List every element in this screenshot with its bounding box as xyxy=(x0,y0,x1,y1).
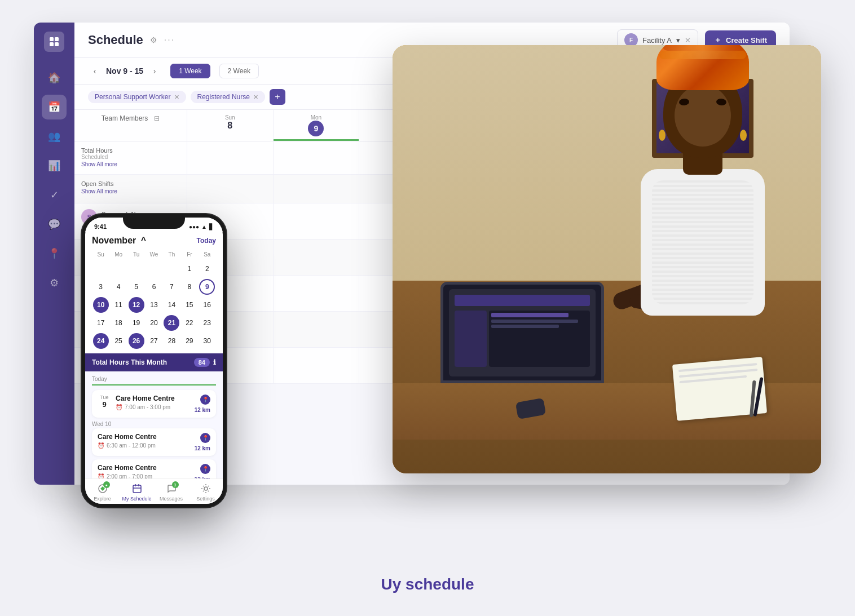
cal-date-28[interactable]: 28 xyxy=(164,333,179,349)
row-label-open-shifts: Open Shifts Show All more xyxy=(74,175,187,203)
cal-date-21[interactable]: 21 xyxy=(164,315,179,331)
cal-date-13[interactable]: 13 xyxy=(146,297,162,313)
facility-dropdown-icon: ▾ xyxy=(676,36,680,45)
cal-date-5[interactable]: 5 xyxy=(129,279,144,295)
cal-date-27[interactable]: 27 xyxy=(146,333,162,349)
phone-notch xyxy=(123,214,185,229)
cal-date-29[interactable]: 29 xyxy=(182,333,197,349)
cal-date-26[interactable]: 26 xyxy=(129,333,144,349)
day-label-tu: Tu xyxy=(127,251,145,258)
location-icon: 📍 xyxy=(200,464,210,474)
cal-date-24[interactable]: 24 xyxy=(93,333,109,349)
nav-item-settings[interactable]: Settings xyxy=(188,482,223,502)
app-logo[interactable] xyxy=(44,32,64,52)
calendar-day-labels: Su Mo Tu We Th Fr Sa xyxy=(92,251,216,258)
next-week-button[interactable]: › xyxy=(148,64,161,78)
add-filter-button[interactable]: + xyxy=(270,89,285,105)
settings-gear-icon[interactable]: ⚙ xyxy=(150,36,157,45)
filter-icon[interactable]: ⊟ xyxy=(154,114,160,122)
grid-header-label-col: Team Members ⊟ xyxy=(74,110,187,141)
show-all-hours[interactable]: Show All more xyxy=(81,160,117,169)
schedule-item[interactable]: Tue 9 Care Home Centre ⏰ 7:00 am - 3:00 … xyxy=(92,390,216,418)
cal-date-11[interactable]: 11 xyxy=(111,297,126,313)
calendar-today-button[interactable]: Today xyxy=(197,237,216,245)
filter-tag-psw-close[interactable]: ✕ xyxy=(174,94,179,101)
cal-date-2[interactable]: 2 xyxy=(199,261,215,277)
filter-tag-label: Registered Nurse xyxy=(197,93,250,101)
explore-label: Explore xyxy=(94,496,111,502)
calendar-expand-icon: ^ xyxy=(141,236,146,245)
schedule-item[interactable]: Care Home Centre ⏰ 6:30 am - 12:00 pm 📍 … xyxy=(92,428,216,456)
total-hours-bar: Total Hours This Month 84 ℹ xyxy=(85,353,223,371)
schedule-item[interactable]: Care Home Centre ⏰ 2:00 pm - 7:00 pm 📍 1… xyxy=(92,459,216,478)
filter-tag-psw[interactable]: Personal Support Worker ✕ xyxy=(88,91,186,103)
today-line xyxy=(92,384,216,385)
schedule-item-time: ⏰ 6:30 am - 12:00 pm xyxy=(98,442,195,449)
sidebar-item-home[interactable]: 🏠 xyxy=(42,65,67,90)
day-label-sa: Sa xyxy=(199,251,216,258)
sidebar-item-settings[interactable]: ⚙ xyxy=(42,271,67,295)
total-hours-label: Total Hours This Month xyxy=(92,358,167,366)
my-schedule-icon xyxy=(131,482,143,495)
svg-rect-5 xyxy=(133,485,141,493)
cal-date-9-today[interactable]: 9 xyxy=(199,279,215,295)
day-label-mo: Mo xyxy=(109,251,127,258)
distance-label: 12 km xyxy=(195,407,210,413)
prev-week-button[interactable]: ‹ xyxy=(88,64,102,78)
two-week-view-button[interactable]: 2 Week xyxy=(219,64,259,78)
svg-rect-0 xyxy=(50,37,54,41)
phone-calendar: November ^ Today Su Mo Tu We Th Fr Sa xyxy=(85,232,223,353)
cal-date-20[interactable]: 20 xyxy=(146,315,162,331)
cal-date-8[interactable]: 8 xyxy=(182,279,197,295)
phone-screen: 9:41 ●●● ▲ ▋ November ^ Today Su Mo Tu xyxy=(85,218,223,504)
sidebar-item-reports[interactable]: 📊 xyxy=(42,153,67,178)
sidebar-item-locations[interactable]: 📍 xyxy=(42,241,67,266)
cal-date-3[interactable]: 3 xyxy=(93,279,109,295)
cal-date-4[interactable]: 4 xyxy=(111,279,126,295)
cal-date-23[interactable]: 23 xyxy=(199,315,215,331)
cal-date-6[interactable]: 6 xyxy=(146,279,162,295)
cal-date-10[interactable]: 10 xyxy=(93,297,109,313)
cal-date-22[interactable]: 22 xyxy=(182,315,197,331)
nav-item-explore[interactable]: ● Explore xyxy=(85,482,120,502)
cal-date-18[interactable]: 18 xyxy=(111,315,126,331)
day-label-we: We xyxy=(145,251,162,258)
cal-date-1[interactable]: 1 xyxy=(182,261,197,277)
grid-cell xyxy=(187,175,274,203)
calendar-header: November ^ Today xyxy=(92,232,216,251)
cal-date-empty xyxy=(93,261,109,277)
hero-photo xyxy=(393,45,821,473)
cal-date-25[interactable]: 25 xyxy=(111,333,126,349)
filter-tag-rn[interactable]: Registered Nurse ✕ xyxy=(191,91,265,103)
explore-icon: ● xyxy=(96,482,109,495)
cal-date-empty xyxy=(129,261,144,277)
calendar-grid: 1 2 3 4 5 6 7 8 9 10 11 12 13 14 15 16 1… xyxy=(92,261,216,349)
schedule-item-name: Care Home Centre xyxy=(98,433,195,441)
nav-item-messages[interactable]: 3 Messages xyxy=(154,482,188,502)
cal-date-7[interactable]: 7 xyxy=(164,279,179,295)
schedule-item-time: ⏰ 2:00 pm - 7:00 pm xyxy=(98,473,195,478)
sidebar-item-users[interactable]: 👥 xyxy=(42,124,67,149)
distance-label: 12 km xyxy=(195,445,210,451)
filter-tag-rn-close[interactable]: ✕ xyxy=(253,94,258,101)
sidebar-item-tasks[interactable]: ✓ xyxy=(42,183,67,207)
calendar-month[interactable]: November ^ xyxy=(92,236,146,246)
cal-date-14[interactable]: 14 xyxy=(164,297,179,313)
cal-date-12[interactable]: 12 xyxy=(129,297,144,313)
facility-close-icon[interactable]: ✕ xyxy=(685,36,691,45)
location-icon: 📍 xyxy=(200,433,210,443)
phone-schedule-list: Today Tue 9 Care Home Centre ⏰ 7:00 am -… xyxy=(85,371,223,478)
cal-date-19[interactable]: 19 xyxy=(129,315,144,331)
sidebar-item-messages[interactable]: 💬 xyxy=(42,212,67,237)
cal-date-empty xyxy=(111,261,126,277)
cal-date-30[interactable]: 30 xyxy=(199,333,215,349)
cal-date-16[interactable]: 16 xyxy=(199,297,215,313)
one-week-view-button[interactable]: 1 Week xyxy=(170,64,210,78)
show-all-open[interactable]: Show All more xyxy=(81,187,117,196)
cal-date-15[interactable]: 15 xyxy=(182,297,197,313)
more-options-icon[interactable]: ··· xyxy=(164,35,175,45)
nav-item-my-schedule[interactable]: My Schedule xyxy=(120,482,154,502)
grid-header-mon-today: Mon 9 xyxy=(274,110,360,141)
cal-date-17[interactable]: 17 xyxy=(93,315,109,331)
sidebar-item-schedule[interactable]: 📅 xyxy=(42,95,67,119)
